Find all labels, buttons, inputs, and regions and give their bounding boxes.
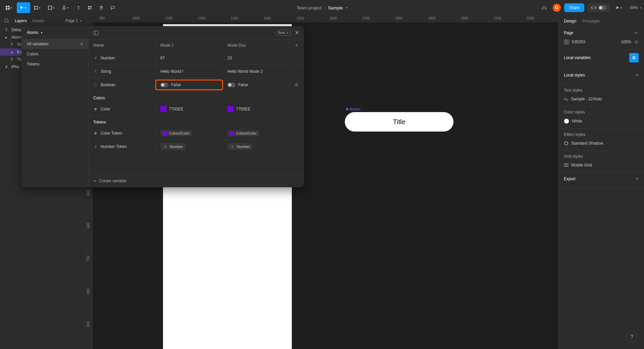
- help-button[interactable]: ?: [627, 332, 637, 342]
- variable-value-mode1[interactable]: False: [156, 80, 223, 90]
- col-mode2-header[interactable]: Mode Dos: [223, 40, 290, 51]
- plus-icon: +: [93, 178, 96, 184]
- assets-tab[interactable]: Assets: [32, 18, 44, 23]
- local-variables-label: Local variables: [564, 55, 591, 60]
- component-icon: ◆: [346, 107, 348, 111]
- svg-rect-16: [94, 31, 98, 35]
- close-button[interactable]: ✕: [295, 30, 299, 36]
- comment-tool[interactable]: [107, 2, 118, 13]
- present-button[interactable]: ▾: [613, 2, 627, 13]
- user-avatar[interactable]: O: [553, 4, 561, 12]
- text-tool[interactable]: T: [73, 2, 84, 13]
- variables-sidebar: Atoms ▾ All variables6ColorsTokens: [21, 26, 89, 187]
- variables-group-item[interactable]: Colors: [21, 49, 88, 59]
- add-export-button[interactable]: +: [636, 176, 639, 182]
- variables-group-item[interactable]: Tokens: [21, 59, 88, 69]
- frame-tool[interactable]: ▾: [31, 2, 44, 13]
- beta-badge[interactable]: Beta ↗: [276, 30, 291, 36]
- chevron-down-icon: ▾: [67, 6, 68, 9]
- settings-icon[interactable]: [294, 83, 299, 87]
- variables-settings-button[interactable]: [629, 53, 639, 62]
- svg-point-9: [5, 19, 8, 22]
- bg-opacity[interactable]: 100%: [621, 40, 631, 44]
- variable-row[interactable]: #Number6723: [89, 51, 304, 65]
- svg-rect-2: [6, 8, 7, 10]
- separator: /: [324, 5, 325, 10]
- effect-styles-label: Effect styles: [564, 132, 585, 137]
- svg-rect-7: [90, 6, 92, 7]
- chevron-down-icon: ▾: [39, 6, 40, 9]
- file-title[interactable]: Team project / Sample ▾: [297, 5, 347, 10]
- top-toolbar: ▾ ▾ ▾ ▾ ▾ T Team project: [0, 0, 644, 15]
- svg-point-15: [565, 142, 568, 145]
- canvas-component-label[interactable]: ◆ Button: [346, 107, 361, 111]
- svg-rect-6: [88, 6, 90, 7]
- prototype-settings-icon[interactable]: [634, 31, 639, 35]
- text-style-item[interactable]: Ag Sample · 12/Auto: [564, 95, 639, 103]
- col-mode1-header[interactable]: Mode 1: [156, 40, 223, 51]
- variable-row[interactable]: ▢BooleanFalseFalse: [89, 78, 304, 92]
- text-styles-label: Text styles: [564, 88, 583, 93]
- zoom-control[interactable]: 98% ▾: [630, 5, 641, 10]
- effect-style-item[interactable]: Standard Shadow: [564, 140, 639, 147]
- svg-rect-4: [48, 6, 52, 9]
- add-mode-button[interactable]: +: [295, 42, 298, 48]
- audio-button[interactable]: [539, 2, 549, 13]
- resources-tool[interactable]: [85, 2, 95, 13]
- design-tab[interactable]: Design: [564, 19, 576, 23]
- hand-tool[interactable]: [96, 2, 107, 13]
- svg-text:T: T: [77, 5, 80, 10]
- variable-value-mode2[interactable]: 23: [223, 53, 290, 63]
- grid-icon: [564, 163, 569, 167]
- main-menu-button[interactable]: ▾: [3, 2, 16, 13]
- variables-group-item[interactable]: All variables6: [21, 39, 88, 49]
- text-style-icon: Ag: [564, 97, 568, 101]
- chevron-down-icon: ▾: [80, 19, 82, 22]
- ruler-horizontal: 9001000110012001300140015001600170018001…: [86, 15, 558, 22]
- variable-value-mode2[interactable]: Hello World Mode 2: [223, 66, 290, 77]
- chevron-down-icon: ▾: [25, 6, 26, 9]
- svg-point-19: [296, 85, 296, 86]
- collection-selector[interactable]: Atoms ▾: [21, 26, 88, 39]
- variable-row[interactable]: #Number Token#Number#Number: [89, 140, 304, 153]
- shape-tool[interactable]: ▾: [45, 2, 58, 13]
- variable-row[interactable]: TStringHello World !Hello World Mode 2: [89, 65, 304, 78]
- variable-value-mode2[interactable]: False: [223, 80, 290, 90]
- svg-rect-3: [8, 8, 10, 10]
- svg-point-12: [633, 56, 634, 57]
- dev-mode-button[interactable]: [588, 3, 610, 12]
- page-selector[interactable]: Page 1 ▾: [65, 18, 82, 23]
- svg-rect-0: [6, 6, 7, 7]
- move-tool[interactable]: ▾: [17, 2, 30, 13]
- layers-tab[interactable]: Layers: [15, 18, 27, 23]
- canvas-button-instance[interactable]: Title: [345, 112, 453, 132]
- page-section-label: Page: [564, 31, 573, 35]
- variable-row[interactable]: ◉Color TokenColors/ColorColors/Color: [89, 127, 304, 140]
- col-name-header: Name: [89, 40, 156, 51]
- prototype-tab[interactable]: Prototype: [582, 19, 599, 23]
- variables-panel: Atoms ▾ All variables6ColorsTokens Beta …: [21, 26, 304, 187]
- chevron-down-icon: ▾: [640, 6, 641, 9]
- shadow-icon: [564, 141, 569, 146]
- share-button[interactable]: Share: [564, 3, 584, 12]
- variable-value-mode1[interactable]: Hello World !: [156, 66, 223, 77]
- visibility-icon[interactable]: [634, 40, 639, 44]
- project-name: Team project: [297, 5, 321, 10]
- bg-hex[interactable]: 535353: [572, 40, 585, 44]
- file-name: Sample: [328, 5, 343, 10]
- local-styles-label: Local styles: [564, 73, 585, 78]
- variable-value-mode1[interactable]: 67: [156, 53, 223, 63]
- create-variable-button[interactable]: + Create variable: [89, 174, 304, 187]
- add-style-button[interactable]: +: [636, 72, 639, 78]
- pen-tool[interactable]: ▾: [59, 2, 72, 13]
- variable-row[interactable]: ◉Color7700EE7700EE: [89, 102, 304, 116]
- svg-point-13: [634, 57, 635, 58]
- dev-toggle: [598, 5, 606, 10]
- bg-color-swatch[interactable]: [564, 39, 569, 45]
- svg-point-17: [296, 83, 296, 84]
- grid-style-item[interactable]: Mobile Grid: [564, 161, 639, 169]
- search-icon[interactable]: [4, 18, 9, 23]
- color-styles-label: Color styles: [564, 110, 585, 114]
- sidebar-toggle-icon[interactable]: [93, 30, 99, 36]
- color-style-item[interactable]: White: [564, 117, 639, 125]
